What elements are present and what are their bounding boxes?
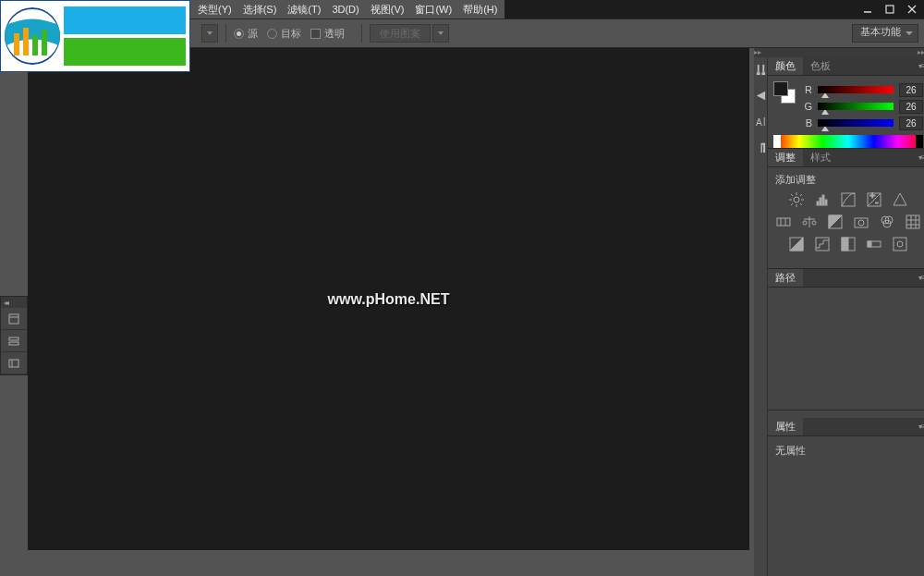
tab-styles[interactable]: 样式 <box>803 149 838 166</box>
adj-vibrance-icon[interactable] <box>892 192 908 207</box>
actions-icon[interactable] <box>1 330 27 352</box>
menu-view[interactable]: 视图(V) <box>365 1 410 18</box>
adj-brightness-icon[interactable] <box>788 192 805 207</box>
adj-invert-icon[interactable] <box>788 237 805 251</box>
color-panel-menu[interactable] <box>914 57 924 75</box>
adj-balance-icon[interactable] <box>801 214 818 229</box>
svg-rect-69 <box>894 238 906 251</box>
svg-rect-15 <box>757 64 759 71</box>
svg-marker-42 <box>894 193 906 205</box>
svg-marker-19 <box>756 91 764 99</box>
label-g: G <box>803 101 812 112</box>
brush-icon[interactable] <box>754 89 767 102</box>
option-tool-preset[interactable] <box>201 24 218 43</box>
adj-lookup-icon[interactable] <box>905 214 921 229</box>
adjustments-panel-menu[interactable] <box>914 149 924 166</box>
svg-rect-12 <box>9 342 18 345</box>
maximize-button[interactable] <box>880 2 900 17</box>
svg-rect-6 <box>23 28 29 55</box>
brush-presets-icon[interactable] <box>754 63 767 76</box>
dock-strip: ▸▸ A <box>754 48 768 576</box>
adj-hue-icon[interactable] <box>775 214 792 229</box>
adj-posterize-icon[interactable] <box>814 237 831 251</box>
logo-overlay <box>0 0 190 72</box>
svg-line-32 <box>791 203 793 205</box>
option-use-pattern: 使用图案 <box>370 24 431 43</box>
option-source[interactable]: 源 <box>234 27 258 41</box>
value-g[interactable]: 26 <box>899 100 923 114</box>
paths-panel-menu[interactable] <box>914 269 924 287</box>
adjustments-title: 添加调整 <box>775 173 921 187</box>
svg-line-29 <box>791 194 793 196</box>
fg-bg-swatch[interactable] <box>773 81 796 104</box>
slider-b[interactable] <box>818 118 894 128</box>
adj-channel-mixer-icon[interactable] <box>879 214 895 229</box>
workspace-switcher[interactable]: 基本功能 <box>852 24 918 43</box>
svg-marker-63 <box>790 238 803 251</box>
right-dock: ▸▸ A ▸▸ 颜色 色板 R <box>754 48 924 576</box>
svg-rect-1 <box>886 6 894 13</box>
color-panel: ▸▸ 颜色 色板 R 26 G <box>768 48 924 149</box>
menu-window[interactable]: 窗口(W) <box>409 1 457 18</box>
svg-point-53 <box>858 220 864 226</box>
svg-rect-16 <box>762 64 764 71</box>
adj-exposure-icon[interactable]: +- <box>866 192 882 207</box>
svg-rect-34 <box>820 198 821 205</box>
svg-rect-37 <box>842 193 855 206</box>
slider-g[interactable] <box>818 102 894 111</box>
svg-point-24 <box>794 197 799 202</box>
tab-adjustments[interactable]: 调整 <box>768 149 803 166</box>
properties-body: 无属性 <box>768 436 924 576</box>
strip-collapse[interactable]: ▸▸ <box>754 48 769 57</box>
menu-type[interactable]: 类型(Y) <box>192 1 237 18</box>
foreground-color[interactable] <box>773 81 788 96</box>
value-b[interactable]: 26 <box>899 116 923 130</box>
tab-swatches[interactable]: 色板 <box>803 57 838 75</box>
svg-rect-57 <box>906 215 919 228</box>
svg-line-31 <box>800 194 802 196</box>
svg-point-70 <box>897 241 903 247</box>
option-dest[interactable]: 目标 <box>267 27 301 41</box>
adj-photo-filter-icon[interactable] <box>853 214 869 229</box>
slider-r[interactable] <box>818 85 894 94</box>
minimize-button[interactable] <box>857 2 878 17</box>
menu-filter[interactable]: 滤镜(T) <box>282 1 326 18</box>
adj-threshold-icon[interactable] <box>840 237 857 251</box>
adj-selective-color-icon[interactable] <box>892 237 908 251</box>
info-icon[interactable] <box>1 352 27 374</box>
menu-3d[interactable]: 3D(D) <box>326 2 364 17</box>
adj-gradient-map-icon[interactable] <box>866 237 882 251</box>
svg-rect-17 <box>756 72 760 75</box>
svg-line-30 <box>800 203 802 205</box>
svg-rect-36 <box>825 200 827 205</box>
canvas-area[interactable]: www.pHome.NET <box>28 48 749 550</box>
color-panel-collapse[interactable]: ▸▸ <box>918 48 924 57</box>
history-icon[interactable] <box>1 308 27 330</box>
paths-body[interactable] <box>768 288 924 410</box>
hue-strip[interactable] <box>773 135 923 148</box>
option-transparent[interactable]: 透明 <box>310 27 345 41</box>
tab-paths[interactable]: 路径 <box>768 269 803 287</box>
left-collapsed-panel: ◂◂ <box>0 296 28 375</box>
tab-properties[interactable]: 属性 <box>768 418 803 435</box>
svg-rect-7 <box>32 35 38 55</box>
menu-select[interactable]: 选择(S) <box>237 1 283 18</box>
svg-rect-5 <box>14 33 19 55</box>
tab-color[interactable]: 颜色 <box>768 57 803 75</box>
properties-panel-menu[interactable] <box>914 418 924 435</box>
paragraph-icon[interactable] <box>754 141 767 153</box>
left-panel-expand[interactable]: ◂◂ <box>1 297 27 308</box>
adj-bw-icon[interactable] <box>827 214 844 229</box>
menu-help[interactable]: 帮助(H) <box>457 1 503 18</box>
svg-rect-33 <box>817 202 819 205</box>
logo-bar-blue <box>64 6 186 34</box>
value-r[interactable]: 26 <box>899 83 923 97</box>
properties-panel: 属性 无属性 <box>768 418 924 576</box>
paths-panel: 路径 <box>768 269 924 411</box>
properties-empty: 无属性 <box>775 445 806 456</box>
adj-curves-icon[interactable] <box>840 192 857 207</box>
character-icon[interactable]: A <box>754 115 767 128</box>
close-button[interactable] <box>902 2 922 17</box>
svg-rect-13 <box>9 360 18 367</box>
adj-levels-icon[interactable] <box>814 192 831 207</box>
